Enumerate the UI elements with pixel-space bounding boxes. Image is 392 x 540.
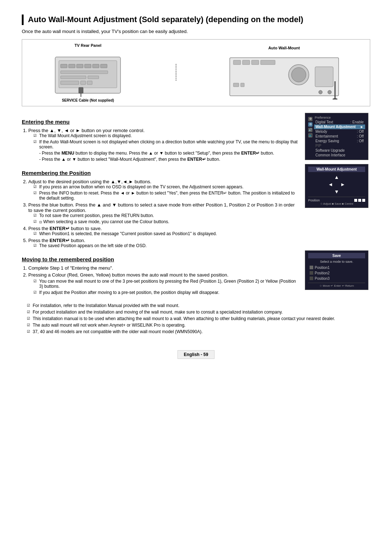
dot-1: [354, 199, 357, 202]
svg-rect-10: [88, 76, 99, 79]
wall-mount-svg: [228, 52, 340, 99]
osd-section-label: Preference: [314, 115, 365, 120]
step-5: Press the ENTER↵ button. The saved Posit…: [28, 238, 298, 248]
wma-box: Wall-Mount Adjustment ▲ ◄ ► ▼ Position: [305, 164, 368, 208]
note-2: If the Auto Wall-Mount screen is not dis…: [33, 139, 298, 150]
save-title: Save: [308, 253, 365, 258]
moving-heading: Moving to the remembered position: [22, 256, 298, 262]
tv-panel-side: TV Rear Panel SERVICE Cable (Not: [52, 43, 124, 102]
svg-point-26: [319, 90, 322, 94]
move-note-2: If you adjust the Position after moving …: [33, 290, 298, 295]
svg-rect-29: [241, 83, 244, 87]
note-4: Press the INFO button to reset. Press th…: [33, 191, 298, 201]
page-title: Auto Wall-Mount Adjustment (Sold separat…: [22, 15, 370, 25]
remembering-heading: Remembering the Position: [22, 170, 298, 176]
svg-point-24: [291, 68, 306, 82]
svg-rect-9: [61, 76, 86, 79]
tv-panel-svg: [52, 50, 124, 97]
osd-digital-text: Digital Text: Enable: [314, 120, 365, 124]
note-1: The Wall Mount Adjustment screen is disp…: [33, 133, 298, 138]
step-4: Press the ENTER↵ button to save. When Po…: [28, 226, 298, 236]
entering-menu-section: Entering the menu Press the ▲, ▼, ◄ or ►…: [22, 113, 370, 164]
dash-1: Press the MENU button to display the men…: [39, 151, 298, 156]
svg-rect-20: [242, 60, 250, 65]
note-7: When Position1 is selected, the message …: [33, 231, 298, 236]
arrow-left: ◄: [328, 181, 333, 187]
icon-4: 📺: [308, 133, 313, 138]
svg-rect-14: [79, 87, 83, 93]
arrow-right: ►: [340, 181, 346, 187]
remembering-text: Remembering the Position Adjust to the d…: [22, 164, 298, 250]
wall-mount-side: Auto Wall-Mount: [228, 46, 340, 99]
osd-wall-mount: Wall-Mount Adjustment►: [314, 124, 365, 129]
arrow-row: ◄ ►: [328, 181, 346, 187]
bottom-note-1: For product installation and the install…: [27, 310, 370, 315]
note-8: The saved Position appears on the left s…: [33, 243, 298, 248]
bottom-note-3: The auto wall mount will not work when A…: [27, 323, 370, 328]
osd-menu-content: Preference Digital Text: Enable Wall-Mou…: [314, 115, 365, 158]
save-dot-1: [310, 266, 313, 269]
save-item-2: Position2: [308, 270, 365, 276]
bottom-note-4: 37, 40 and 46 models are not compatible …: [27, 329, 370, 334]
position-label: Position: [308, 199, 320, 202]
osd-software: Software Upgrade: [314, 148, 365, 153]
wma-arrows: ▲ ◄ ► ▼: [308, 174, 365, 195]
diagram-box: TV Rear Panel SERVICE Cable (Not: [22, 39, 370, 106]
svg-rect-12: [81, 81, 86, 85]
osd-pip: PIP: [314, 143, 365, 148]
save-item-1: Position1: [308, 265, 365, 270]
svg-rect-25: [315, 67, 333, 87]
osd-melody: Melody: Off: [314, 129, 365, 134]
svg-rect-13: [87, 81, 92, 85]
svg-rect-31: [333, 99, 337, 99]
save-item-3: Position3: [308, 276, 365, 281]
footer-wrap: English - 59: [22, 341, 370, 359]
osd-entertainment: Entertainment: Off: [314, 134, 365, 139]
note-6: ⊡ When selecting a save mode, you cannot…: [33, 219, 298, 224]
osd-save-screenshot: Save Select a mode to save. Position1 Po…: [305, 250, 370, 290]
icon-2-active: ⚙: [308, 122, 313, 127]
note-3: If you press an arrow button when no OSD…: [33, 184, 298, 189]
save-dot-3: [310, 277, 313, 280]
move-step-1: Complete Step 1 of "Entering the menu".: [28, 265, 298, 271]
save-label-2: Position2: [315, 271, 330, 275]
note-5: To not save the current position, press …: [33, 213, 298, 218]
wma-position-bar: Position: [308, 197, 365, 202]
step-3: Press the blue button. Press the ▲ and ▼…: [28, 202, 298, 224]
footer: English - 59: [177, 350, 214, 359]
svg-rect-7: [101, 64, 107, 68]
save-label-1: Position1: [315, 266, 330, 270]
svg-rect-19: [233, 60, 241, 65]
icon-3: 🔊: [308, 128, 313, 132]
svg-rect-8: [61, 71, 108, 74]
svg-rect-6: [93, 64, 99, 68]
move-step-2: Pressing a Colour (Red, Green, Yellow) b…: [28, 272, 298, 295]
osd-wma-screenshot: Wall-Mount Adjustment ▲ ◄ ► ▼ Position: [305, 164, 370, 212]
step-1: Press the ▲, ▼, ◄ or ► button on your re…: [28, 128, 298, 162]
dot-3: [362, 199, 365, 202]
moving-text: Moving to the remembered position Comple…: [22, 250, 298, 297]
pos-dots: [354, 199, 365, 202]
dash-2: Press the ▲ or ▼ button to select "Wall-…: [39, 157, 298, 162]
osd-setup-box: ⚙ ⚙ 🔊 📺 Preference Digital Text: Enable …: [305, 113, 368, 160]
save-subtitle: Select a mode to save.: [308, 260, 365, 263]
svg-rect-21: [252, 60, 259, 65]
osd-setup-screenshot: ⚙ ⚙ 🔊 📺 Preference Digital Text: Enable …: [305, 113, 370, 164]
wall-mount-label: Auto Wall-Mount: [268, 46, 300, 50]
osd-energy: Energy Saving: Off: [314, 139, 365, 143]
bottom-note-0: For installation, refer to the Installat…: [27, 303, 370, 308]
step-2: Adjust to the desired position using the…: [28, 179, 298, 201]
icon-1: ⚙: [308, 117, 313, 121]
svg-rect-5: [85, 64, 91, 68]
connector: [169, 62, 183, 83]
osd-sidebar-icons: ⚙ ⚙ 🔊 📺: [308, 115, 313, 158]
dot-2: [358, 199, 361, 202]
moving-section: Moving to the remembered position Comple…: [22, 250, 370, 297]
svg-rect-2: [61, 64, 67, 68]
move-note-1: You can move the wall mount to one of th…: [33, 279, 298, 289]
osd-common: Common Interface: [314, 153, 365, 158]
arrow-down: ▼: [334, 189, 339, 195]
entering-menu-heading: Entering the menu: [22, 119, 298, 125]
bottom-notes: For installation, refer to the Installat…: [22, 303, 370, 334]
bottom-note-2: This installation manual is to be used w…: [27, 316, 370, 321]
